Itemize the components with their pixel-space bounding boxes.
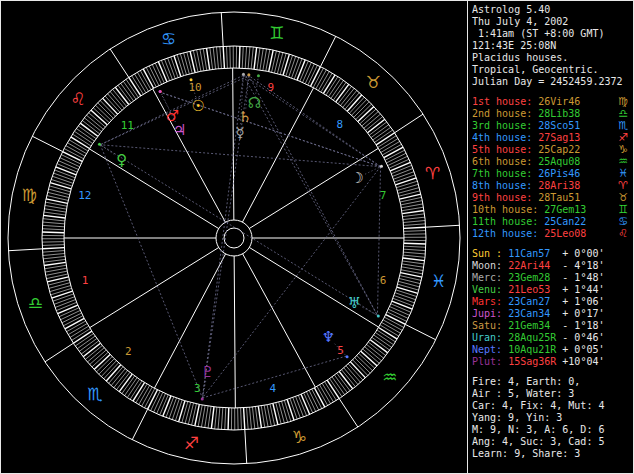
sidebar: Astrolog 5.40 Thu July 4, 2002 1:41am (S… [467,1,633,473]
house-row: 8th house: 28Ari38♈ [472,180,633,192]
degree-tick [44,259,66,262]
zodiac-sign-icon: ♑ [618,144,628,155]
degree-tick [344,368,358,385]
sign-boundary-line [8,249,42,251]
degree-tick [76,129,94,142]
degree-tick [404,231,426,232]
house-cusp-value: 28Lib38 [538,108,580,119]
degree-tick [164,59,172,80]
degree-tick [245,46,246,68]
house-cusp-value: 26Vir46 [538,96,580,107]
house-number: 4 [270,382,277,395]
degree-tick [50,286,71,292]
degree-tick [51,288,72,295]
degree-tick [396,181,417,188]
aspect-line [100,145,380,167]
planet-label: Moon: [472,260,508,271]
house-row: 3rd house: 28Sco51♏ [472,120,633,132]
house-number: 12 [78,189,91,202]
degree-tick [365,347,382,361]
planet-position-dot [257,74,260,77]
degree-tick [289,56,296,77]
house-row: 12th house: 25Leo08♌ [472,228,633,240]
planet-glyph-venus: ♀ [116,151,127,169]
degree-tick [49,186,70,192]
planet-position-value: 23Can27 [508,296,556,307]
house-cusp-value: 25Leo08 [544,228,586,239]
house-cusp-line [243,254,316,387]
degree-tick [42,232,64,233]
zodiac-sign-icon: ♋ [618,216,628,227]
aspect-line [202,167,380,398]
zodiac-sign-glyph: ♓ [431,271,446,291]
degree-tick [354,102,369,118]
degree-tick [402,207,424,211]
degree-tick [331,80,344,98]
degree-tick [44,262,66,265]
degree-tick [395,178,416,185]
degree-tick [168,58,176,79]
planet-position-value: 23Gem28 [508,272,556,283]
degree-tick [90,350,107,364]
degree-tick [397,184,418,190]
degree-tick [255,407,258,429]
house-label: 10th house: [472,204,544,215]
planet-row: Uran: 28Aqu25R - 0°46' [472,332,633,344]
degree-tick [350,362,365,378]
degree-tick [102,98,117,114]
house-row: 7th house: 26Pis46♓ [472,168,633,180]
degree-tick [241,408,242,430]
summary-line: Yang: 9, Yin: 3 [472,412,633,424]
planet-row: Moon: 22Ari44 - 4°18' [472,260,633,272]
degree-tick [43,215,65,218]
sign-boundary-line [320,36,335,66]
degree-tick [373,127,391,140]
degree-tick [343,90,357,107]
degree-tick [254,47,257,69]
house-number: 2 [125,345,132,358]
zodiac-sign-glyph: ♏ [87,384,102,404]
house-label: 1st house: [472,96,538,107]
house-label: 5th house: [472,144,538,155]
house-cusp-value: 27Gem13 [544,204,586,215]
degree-tick [43,253,65,255]
sign-boundary-line [405,324,435,339]
chart-info-line: Placidus houses. [472,52,633,64]
degree-tick [180,54,186,75]
degree-tick [395,293,416,300]
zodiac-sign-glyph: ♌ [70,89,85,109]
planet-position-value: 15Sag36R [508,356,556,367]
degree-tick [392,168,413,176]
degree-tick [242,46,243,68]
element-summary: Fire: 4, Earth: 0,Air : 5, Water: 3Car: … [472,376,633,460]
degree-tick [283,54,289,75]
degree-tick [358,106,374,121]
house-number: 11 [121,119,134,132]
degree-tick [53,294,74,301]
planet-position-dot [346,355,349,358]
degree-tick [216,47,218,69]
planet-glyph-uranus: ♅ [348,294,361,312]
degree-tick [394,172,415,180]
degree-tick [244,408,245,430]
degree-tick [201,406,205,428]
degree-tick [402,211,424,214]
house-row: 6th house: 25Aqu08♒ [472,156,633,168]
planet-label: Venu: [472,284,508,295]
degree-tick [248,47,250,69]
house-cusp-value: 28Tau51 [538,192,580,203]
degree-tick [121,83,134,101]
planet-row: Sun : 11Can57 + 0°00' [472,248,633,260]
house-cusp-line [249,148,378,228]
aspect-line [243,75,380,166]
degree-tick [336,84,349,102]
zodiac-sign-glyph: ♎ [28,293,43,313]
degree-tick [395,175,416,182]
sign-boundary-line [32,136,62,151]
degree-tick [287,399,294,420]
chart-info-line: 1:41am (ST +8:00 GMT) [472,28,633,40]
planet-position-value: 21Leo53 [508,284,556,295]
degree-tick [225,408,226,430]
app-title: Astrolog 5.40 [472,4,633,16]
house-cusp-line [233,68,234,220]
